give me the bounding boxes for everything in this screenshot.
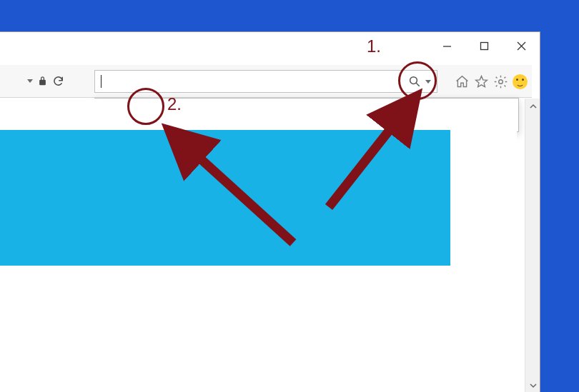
svg-line-5 [416, 83, 420, 86]
minimize-button[interactable] [428, 32, 465, 59]
search-engine-dropdown-icon[interactable] [425, 80, 431, 84]
browser-toolbar [0, 65, 532, 98]
page-banner [0, 130, 450, 266]
close-button[interactable] [503, 32, 540, 59]
scroll-down-icon[interactable] [525, 378, 540, 392]
refresh-button[interactable] [52, 75, 64, 87]
home-button[interactable] [455, 74, 470, 89]
svg-point-4 [410, 77, 417, 84]
svg-point-6 [499, 79, 503, 84]
scroll-up-icon[interactable] [525, 99, 540, 114]
favorites-button[interactable] [474, 74, 489, 89]
feedback-smiley-button[interactable] [513, 74, 528, 89]
search-icon[interactable] [408, 75, 421, 88]
lock-icon [37, 76, 48, 86]
history-dropdown-icon[interactable] [27, 79, 33, 83]
settings-button[interactable] [493, 74, 508, 89]
svg-rect-1 [480, 42, 488, 49]
vertical-scrollbar[interactable] [525, 99, 540, 392]
page-content [0, 99, 517, 392]
maximize-button[interactable] [465, 32, 503, 59]
search-input-container[interactable] [94, 70, 437, 93]
